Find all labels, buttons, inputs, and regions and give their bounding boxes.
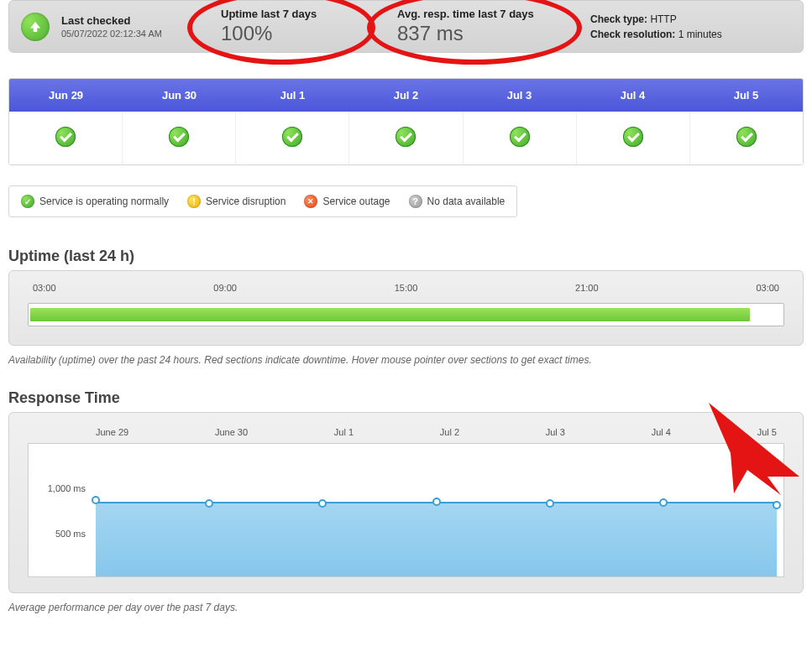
status-ok-icon <box>169 127 189 147</box>
response-data-point[interactable] <box>546 499 554 508</box>
resp-xlabel: Jul 1 <box>334 427 354 437</box>
response-data-point[interactable] <box>92 496 100 504</box>
status-ok-icon <box>623 127 643 147</box>
legend-err: Service outage <box>304 195 390 208</box>
status-err-icon <box>304 195 317 208</box>
day-header[interactable]: Jul 3 <box>463 79 576 112</box>
resp-xlabel: June 29 <box>96 427 128 437</box>
resp-label: Avg. resp. time last 7 days <box>397 8 582 20</box>
resp-block: Avg. resp. time last 7 days 837 ms <box>389 8 590 45</box>
legend-warn: Service disruption <box>187 195 286 208</box>
uptime-24h-chart[interactable]: 03:00 09:00 15:00 21:00 03:00 <box>28 283 784 330</box>
resp-xlabel: Jul 5 <box>757 427 777 437</box>
response-data-point[interactable] <box>318 499 327 508</box>
daily-status-table: Jun 29 Jun 30 Jul 1 Jul 2 Jul 3 Jul 4 Ju… <box>8 78 804 165</box>
status-ok-icon <box>736 127 757 147</box>
check-res-label: Check resolution: <box>590 29 675 40</box>
uptime-panel: 03:00 09:00 15:00 21:00 03:00 <box>8 270 804 346</box>
day-status-cell[interactable] <box>235 112 348 164</box>
check-meta-block: Check type: HTTP Check resolution: 1 min… <box>590 10 791 44</box>
resp-ylabel: 500 ms <box>55 529 86 539</box>
uptime-tick: 21:00 <box>575 283 599 293</box>
response-section-title: Response Time <box>8 389 804 407</box>
resp-xlabel: Jul 4 <box>652 427 671 437</box>
status-ok-icon <box>510 127 530 147</box>
response-data-point[interactable] <box>205 499 213 508</box>
uptime-bar-fill <box>30 308 750 321</box>
status-legend: Service is operating normally Service di… <box>8 185 517 217</box>
response-data-point[interactable] <box>432 498 441 506</box>
check-type-value: HTTP <box>650 13 676 25</box>
legend-ok: Service is operating normally <box>21 195 169 208</box>
uptime-tick: 03:00 <box>756 283 779 293</box>
uptime-value: 100% <box>221 22 380 45</box>
response-plot-area <box>96 444 777 576</box>
status-ok-icon <box>282 127 302 147</box>
last-checked-value: 05/07/2022 02:12:34 AM <box>61 29 212 39</box>
day-header[interactable]: Jul 5 <box>689 79 803 112</box>
daily-status-body <box>9 112 803 164</box>
response-data-point[interactable] <box>773 501 781 509</box>
day-status-cell[interactable] <box>689 112 803 164</box>
uptime-bar[interactable] <box>28 303 784 326</box>
day-status-cell[interactable] <box>9 112 122 164</box>
legend-none-label: No data available <box>427 196 506 207</box>
response-data-point[interactable] <box>659 498 668 507</box>
day-status-cell[interactable] <box>122 112 235 164</box>
day-header[interactable]: Jun 30 <box>123 79 236 112</box>
day-header[interactable]: Jul 2 <box>349 79 463 112</box>
day-status-cell[interactable] <box>576 112 689 164</box>
last-checked-label: Last checked <box>61 14 212 27</box>
response-ylabels: 500 ms1,000 ms <box>32 444 91 576</box>
response-panel: June 29 June 30 Jul 1 Jul 2 Jul 3 Jul 4 … <box>8 412 804 593</box>
daily-status-header: Jun 29 Jun 30 Jul 1 Jul 2 Jul 3 Jul 4 Ju… <box>9 79 803 112</box>
uptime-section-title: Uptime (last 24 h) <box>8 248 804 265</box>
status-up-icon <box>21 13 50 41</box>
response-time-chart[interactable]: June 29 June 30 Jul 1 Jul 2 Jul 3 Jul 4 … <box>28 443 784 577</box>
response-xlabels: June 29 June 30 Jul 1 Jul 2 Jul 3 Jul 4 … <box>96 427 777 437</box>
status-ok-icon <box>55 127 76 147</box>
resp-value: 837 ms <box>397 22 582 45</box>
day-status-cell[interactable] <box>463 112 576 164</box>
status-none-icon <box>409 195 422 208</box>
uptime-tick: 15:00 <box>395 283 418 293</box>
day-header[interactable]: Jul 4 <box>576 79 689 112</box>
legend-ok-label: Service is operating normally <box>39 196 169 207</box>
uptime-block: Uptime last 7 days 100% <box>212 8 389 45</box>
last-checked-block: Last checked 05/07/2022 02:12:34 AM <box>61 14 212 39</box>
resp-xlabel: Jul 3 <box>546 427 565 437</box>
legend-none: No data available <box>409 195 506 208</box>
status-ok-icon <box>21 195 34 208</box>
uptime-caption: Availability (uptime) over the past 24 h… <box>8 354 804 366</box>
resp-ylabel: 1,000 ms <box>48 483 86 493</box>
day-header[interactable]: Jun 29 <box>9 79 123 112</box>
resp-xlabel: Jul 2 <box>440 427 459 437</box>
day-status-cell[interactable] <box>348 112 462 164</box>
uptime-tick: 03:00 <box>33 283 56 293</box>
uptime-ticks: 03:00 09:00 15:00 21:00 03:00 <box>28 283 784 296</box>
response-caption: Average performance per day over the pas… <box>8 602 804 613</box>
day-header[interactable]: Jul 1 <box>236 79 349 112</box>
uptime-tick: 09:00 <box>213 283 237 293</box>
status-warn-icon <box>187 195 201 208</box>
legend-warn-label: Service disruption <box>206 196 286 207</box>
legend-err-label: Service outage <box>322 196 390 207</box>
check-res-value: 1 minutes <box>678 29 722 40</box>
summary-header: Last checked 05/07/2022 02:12:34 AM Upti… <box>8 0 804 53</box>
resp-xlabel: June 30 <box>215 427 248 437</box>
check-type-label: Check type: <box>590 13 647 25</box>
uptime-label: Uptime last 7 days <box>221 8 380 20</box>
response-area-fill <box>96 502 777 576</box>
status-ok-icon <box>396 127 416 147</box>
